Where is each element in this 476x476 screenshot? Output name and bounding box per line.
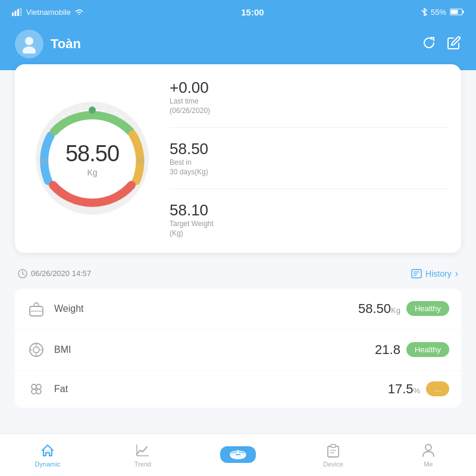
- stat-best-value: 58.50: [170, 140, 449, 158]
- weight-value: 58.50Kg: [358, 301, 400, 317]
- metric-row-weight: Weight 58.50Kg Healthy: [15, 289, 461, 330]
- history-button[interactable]: History ›: [411, 268, 458, 279]
- history-label: History: [425, 269, 452, 278]
- svg-point-29: [33, 347, 39, 353]
- fat-badge: ...: [426, 381, 449, 396]
- nav-device2[interactable]: Device: [286, 438, 381, 472]
- nav-me-label: Me: [424, 461, 433, 468]
- nav-dynamic-label: Dynamic: [35, 461, 61, 468]
- metric-row-bmi: BMI 21.8 Healthy: [15, 330, 461, 371]
- battery-percent: 55%: [431, 8, 446, 17]
- info-date-text: 06/26/2020 14:57: [31, 269, 91, 278]
- nav-trend-label: Trend: [134, 461, 151, 468]
- svg-point-49: [425, 444, 431, 450]
- stat-change-label: Last time (06/26/2020): [170, 97, 449, 115]
- bmi-value: 21.8: [375, 342, 400, 358]
- stat-divider-2: [170, 189, 449, 189]
- svg-point-37: [36, 389, 41, 394]
- svg-point-8: [23, 46, 36, 54]
- nav-me[interactable]: Me: [381, 438, 476, 472]
- nav-device[interactable]: [190, 441, 286, 469]
- gauge-card: 58.50 Kg 50 62 +0.00 Last time (06/26/20…: [15, 64, 461, 253]
- svg-rect-0: [12, 12, 14, 16]
- fat-label: Fat: [54, 384, 388, 394]
- metrics-list: Weight 58.50Kg Healthy: [15, 289, 461, 408]
- svg-line-21: [23, 274, 24, 275]
- svg-point-34: [32, 384, 36, 389]
- user-info: Toàn: [15, 30, 81, 58]
- status-right: 55%: [421, 8, 464, 17]
- status-bar: Vietnamobile 15:00 55%: [0, 0, 476, 24]
- signal-icon: [12, 8, 23, 16]
- clock-icon: [18, 269, 27, 278]
- stat-change-value: +0.00: [170, 79, 449, 97]
- header-actions: [422, 36, 461, 53]
- gauge-label-62: 62: [137, 157, 145, 164]
- nav-dynamic[interactable]: Dynamic: [0, 438, 95, 472]
- wifi-icon: [74, 8, 84, 15]
- info-date: 06/26/2020 14:57: [18, 269, 91, 278]
- bluetooth-icon: [421, 8, 427, 16]
- home-icon: [40, 443, 55, 458]
- carrier-name: Vietnamobile: [26, 8, 71, 17]
- nav-trend[interactable]: Trend: [95, 438, 190, 472]
- bmi-icon: [27, 340, 46, 359]
- user-name: Toàn: [51, 36, 81, 52]
- phone-frame: Vietnamobile 15:00 55%: [0, 0, 476, 476]
- stat-target: 58.10 Target Weight (Kg): [170, 201, 449, 238]
- status-left: Vietnamobile: [12, 8, 84, 17]
- gauge-labels: 50 62: [27, 93, 158, 224]
- svg-rect-2: [17, 9, 19, 16]
- fat-icon: [27, 380, 46, 399]
- bmi-label: BMI: [54, 345, 375, 355]
- metric-row-fat: Fat 17.5% ...: [15, 371, 461, 408]
- chevron-icon: ›: [455, 268, 458, 279]
- svg-rect-1: [15, 11, 17, 16]
- weight-label: Weight: [54, 303, 358, 314]
- avatar: [15, 30, 43, 58]
- history-icon: [411, 269, 422, 278]
- refresh-button[interactable]: [422, 36, 436, 53]
- avatar-icon: [20, 35, 39, 54]
- scale-icon: [230, 450, 246, 459]
- stat-divider-1: [170, 127, 449, 128]
- gauge-label-50: 50: [40, 157, 47, 164]
- svg-point-36: [32, 389, 36, 394]
- svg-point-7: [25, 37, 33, 45]
- bottom-nav: Dynamic Trend: [0, 433, 476, 476]
- weight-icon: [27, 299, 46, 318]
- weight-badge: Healthy: [406, 301, 449, 316]
- status-time: 15:00: [241, 7, 264, 17]
- edit-button[interactable]: [447, 36, 461, 53]
- stats-panel: +0.00 Last time (06/26/2020) 58.50 Best …: [170, 79, 449, 239]
- person-icon: [421, 443, 436, 458]
- svg-point-35: [36, 384, 41, 389]
- stat-best: 58.50 Best in 30 days(Kg): [170, 140, 449, 177]
- clipboard-icon: [325, 443, 341, 458]
- main-content: 58.50 Kg 50 62 +0.00 Last time (06/26/20…: [0, 70, 476, 475]
- bmi-badge: Healthy: [406, 342, 449, 357]
- fat-value: 17.5%: [388, 381, 420, 397]
- stat-target-label: Target Weight (Kg): [170, 220, 449, 238]
- svg-rect-3: [20, 8, 22, 16]
- nav-device-label: Device: [323, 461, 343, 468]
- stat-change: +0.00 Last time (06/26/2020): [170, 79, 449, 115]
- svg-rect-46: [331, 444, 336, 447]
- battery-icon: [450, 8, 464, 15]
- svg-rect-5: [462, 11, 464, 14]
- info-row: 06/26/2020 14:57 History ›: [0, 259, 476, 289]
- gauge-container: 58.50 Kg 50 62: [27, 93, 158, 224]
- stat-target-value: 58.10: [170, 201, 449, 220]
- app-header: Toàn: [0, 24, 476, 70]
- stat-best-label: Best in 30 days(Kg): [170, 158, 449, 177]
- svg-rect-6: [450, 10, 458, 14]
- trend-icon: [135, 443, 151, 458]
